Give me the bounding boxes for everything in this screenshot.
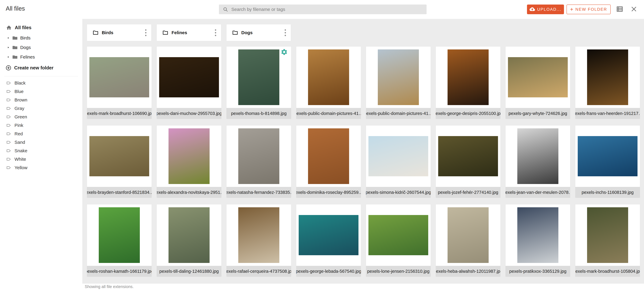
folder-card-name: Dogs — [241, 30, 281, 35]
sidebar-folder-label: Birds — [20, 35, 30, 41]
file-card[interactable]: pexels-thomas-b-814898.jpg — [226, 46, 291, 119]
folder-menu-kebab-icon[interactable] — [284, 29, 287, 37]
sidebar-tag-yellow[interactable]: Yellow — [0, 164, 82, 172]
file-card[interactable]: pexels-mark-broadhurst-105804.jpg — [575, 204, 640, 277]
file-name-label: pexels-simona-kidrič-2607544.jpg — [366, 187, 431, 198]
folder-card-birds[interactable]: Birds — [87, 24, 152, 41]
file-name-label: pexels-thomas-b-814898.jpg — [226, 108, 291, 119]
search-input[interactable] — [231, 7, 423, 12]
file-card[interactable]: pexels-heba-alwahsh-12011987.jpg — [436, 204, 500, 277]
folder-card-name: Birds — [102, 30, 141, 35]
file-card[interactable]: pexels-mark-broadhurst-106690.jpg — [87, 46, 152, 119]
folder-icon — [12, 45, 18, 50]
cloud-upload-icon — [530, 7, 535, 12]
sidebar-folder-birds[interactable]: Birds — [0, 33, 82, 43]
thumbnail-area — [366, 125, 431, 187]
gear-icon[interactable] — [280, 48, 288, 56]
thumbnail-area — [506, 125, 570, 187]
file-card[interactable]: pexels-dani-muchow-2955703.jpg — [156, 46, 222, 119]
folder-card-dogs[interactable]: Dogs — [226, 24, 291, 41]
file-name-label: pexels-george-desipris-2055100.jpg — [436, 108, 500, 119]
close-icon[interactable] — [630, 6, 637, 13]
file-card[interactable]: pexels-gary-whyte-724626.jpg — [506, 46, 570, 119]
folder-outline-icon — [92, 30, 99, 36]
file-thumbnail — [238, 128, 279, 184]
file-card[interactable]: pexels-till-daling-12461880.jpg — [156, 204, 222, 277]
file-name-label: pexels-natasha-fernandez-733835… — [226, 187, 291, 198]
file-name-label: pexels-dani-muchow-2955703.jpg — [157, 108, 221, 119]
plus-icon: + — [570, 7, 573, 12]
file-thumbnail — [308, 49, 349, 105]
file-thumbnail — [378, 49, 419, 105]
thumbnail-area — [296, 125, 361, 187]
file-card[interactable]: pexels-frans-van-heerden-191217… — [575, 46, 640, 119]
file-name-label: pexels-jozef-fehér-2774140.jpg — [436, 187, 500, 198]
sidebar: All files Birds Dogs Feli — [0, 19, 82, 290]
file-name-label: pexels-rafael-cerqueira-4737508.jpg — [226, 266, 291, 277]
file-name-label: pexels-till-daling-12461880.jpg — [157, 266, 221, 277]
folder-menu-kebab-icon[interactable] — [214, 29, 217, 37]
sidebar-tag-green[interactable]: Green — [0, 113, 82, 121]
new-folder-button-label: NEW FOLDER — [576, 7, 607, 12]
file-name-label: pexels-alexandra-novitskaya-2951… — [157, 187, 221, 198]
sidebar-tag-label: Blue — [14, 89, 24, 94]
sidebar-item-all-files[interactable]: All files — [0, 22, 82, 33]
file-card[interactable]: pexels-public-domain-pictures-41… — [366, 46, 431, 119]
file-name-label: pexels-public-domain-pictures-41… — [366, 108, 431, 119]
thumbnail-area — [575, 47, 640, 108]
chevron-right-icon[interactable] — [7, 56, 10, 58]
folder-card-felines[interactable]: Felines — [156, 24, 221, 41]
sidebar-tag-label: Green — [14, 114, 27, 119]
file-card[interactable]: pexels-jozef-fehér-2774140.jpg — [436, 125, 500, 198]
file-card[interactable]: pexels-public-domain-pictures-41… — [296, 46, 361, 119]
sidebar-folder-dogs[interactable]: Dogs — [0, 43, 82, 52]
file-card[interactable]: pexels-george-desipris-2055100.jpg — [436, 46, 500, 119]
file-card[interactable]: pexels-rafael-cerqueira-4737508.jpg — [226, 204, 291, 277]
sidebar-tag-blue[interactable]: Blue — [0, 87, 82, 96]
sidebar-tag-brown[interactable]: Brown — [0, 96, 82, 104]
file-card[interactable]: pexels-pratikxox-3365129.jpg — [506, 204, 570, 277]
sidebar-tag-label: Sand — [14, 140, 25, 145]
new-folder-button[interactable]: + NEW FOLDER — [566, 5, 611, 14]
sidebar-tag-snake[interactable]: Snake — [0, 147, 82, 155]
upload-button[interactable]: UPLOAD... — [527, 5, 564, 14]
header: All files UPLOAD... + NEW FOLDER — [0, 0, 644, 19]
file-thumbnail — [587, 49, 628, 105]
chevron-right-icon[interactable] — [7, 37, 10, 39]
file-card[interactable]: pexels-simona-kidrič-2607544.jpg — [366, 125, 431, 198]
circle-plus-icon — [6, 65, 12, 71]
list-view-toggle-icon[interactable] — [616, 5, 624, 13]
file-card[interactable]: pexels-inchs-11608139.jpg — [575, 125, 640, 198]
file-card[interactable]: pexels-alexandra-novitskaya-2951… — [156, 125, 222, 198]
sidebar-folder-felines[interactable]: Felines — [0, 52, 82, 62]
file-thumbnail — [299, 215, 358, 255]
main-content: Birds Felines Dogs pexels-mark-broadhurs… — [82, 19, 644, 283]
file-thumbnail — [448, 207, 488, 263]
tag-icon — [6, 140, 11, 145]
file-name-label: pexels-jean-van-der-meulen-2078… — [506, 187, 570, 198]
search-box[interactable] — [219, 5, 426, 14]
file-card[interactable]: pexels-natasha-fernandez-733835… — [226, 125, 291, 198]
tag-icon — [6, 89, 11, 94]
sidebar-tag-black[interactable]: Black — [0, 79, 82, 87]
file-card[interactable]: pexels-jean-van-der-meulen-2078… — [506, 125, 570, 198]
create-new-folder-button[interactable]: Create new folder — [0, 63, 82, 73]
chevron-right-icon[interactable] — [7, 46, 10, 49]
sidebar-tag-gray[interactable]: Gray — [0, 104, 82, 113]
sidebar-tag-pink[interactable]: Pink — [0, 121, 82, 129]
folder-menu-kebab-icon[interactable] — [144, 29, 147, 37]
file-card[interactable]: pexels-brayden-stanford-8521834.… — [87, 125, 152, 198]
tag-icon — [6, 123, 11, 128]
sidebar-tag-red[interactable]: Red — [0, 129, 82, 138]
file-name-label: pexels-public-domain-pictures-41… — [296, 108, 361, 119]
file-thumbnail — [308, 128, 349, 184]
sidebar-tag-white[interactable]: White — [0, 155, 82, 164]
file-card[interactable]: pexels-dominika-roseclay-895259.… — [296, 125, 361, 198]
thumbnail-area — [226, 125, 291, 187]
file-card[interactable]: pexels-lone-jensen-2156310.jpg — [366, 204, 431, 277]
file-card[interactable]: pexels-roshan-kamath-1661179.jpg — [87, 204, 152, 277]
file-card[interactable]: pexels-george-lebada-567540.jpg — [296, 204, 361, 277]
sidebar-tag-sand[interactable]: Sand — [0, 138, 82, 147]
file-thumbnail — [238, 207, 279, 263]
sidebar-divider — [4, 76, 78, 76]
